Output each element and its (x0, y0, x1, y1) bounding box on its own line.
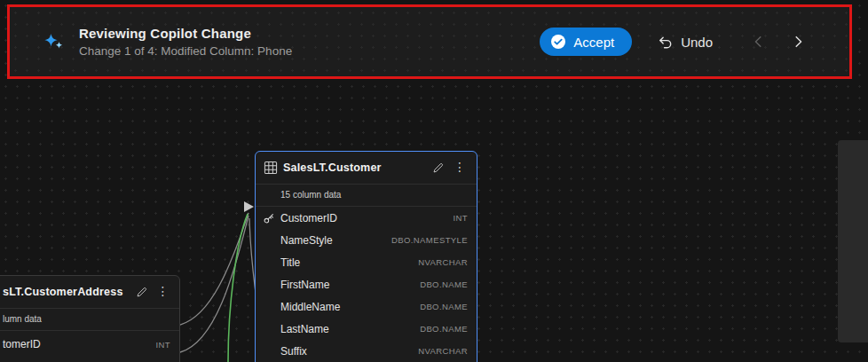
banner-subtitle: Change 1 of 4: Modified Column: Phone (79, 44, 292, 58)
column-row[interactable]: NameStyle DBO.NAMESTYLE (256, 229, 477, 251)
previous-change-button[interactable] (750, 33, 768, 51)
table-title: SalesLT.Customer (283, 161, 382, 174)
primary-key-icon (263, 212, 275, 224)
column-row[interactable]: ressID INT (0, 358, 179, 362)
edit-table-button[interactable] (134, 284, 150, 300)
column-count-label: 15 column data (256, 185, 477, 206)
checkmark-circle-icon (550, 34, 566, 50)
kebab-icon: ⋮ (157, 284, 170, 298)
kebab-icon: ⋮ (454, 160, 466, 174)
pencil-icon (432, 161, 445, 174)
column-row-customerid[interactable]: CustomerID INT (256, 207, 477, 229)
table-title: sLT.CustomerAddress (3, 286, 123, 298)
copilot-sparkle-icon (42, 31, 65, 52)
table-card-customeraddress-header[interactable]: sLT.CustomerAddress ⋮ (0, 276, 179, 308)
next-change-button[interactable] (789, 33, 807, 51)
table-card-customer-header[interactable]: SalesLT.Customer ⋮ (256, 152, 477, 184)
column-row[interactable]: FirstName DBO.NAME (256, 273, 477, 295)
column-row[interactable]: tomerID INT (0, 331, 179, 358)
undo-icon (657, 34, 674, 51)
chevron-right-icon (791, 35, 805, 49)
edge-arrowhead (244, 201, 254, 212)
annotation-highlight-box: Reviewing Copilot Change Change 1 of 4: … (7, 4, 852, 79)
copilot-review-banner: Reviewing Copilot Change Change 1 of 4: … (10, 7, 849, 76)
accept-button[interactable]: Accept (540, 28, 632, 56)
table-card-customer[interactable]: SalesLT.Customer ⋮ 15 column data Custom… (255, 151, 477, 362)
pencil-icon (136, 286, 148, 298)
accept-button-label: Accept (573, 35, 614, 50)
undo-button-label: Undo (681, 35, 713, 50)
banner-title: Reviewing Copilot Change (79, 26, 292, 41)
schema-designer-canvas[interactable]: Reviewing Copilot Change Change 1 of 4: … (0, 0, 868, 362)
column-row[interactable]: Title NVARCHAR (256, 251, 477, 273)
table-options-button[interactable]: ⋮ (452, 161, 468, 174)
undo-button[interactable]: Undo (657, 34, 713, 51)
column-row[interactable]: Suffix NVARCHAR (256, 340, 477, 362)
column-count-label: lumn data (0, 309, 179, 330)
edit-table-button[interactable] (430, 160, 446, 176)
chevron-left-icon (752, 35, 766, 49)
table-grid-icon (264, 161, 278, 175)
column-row[interactable]: MiddleName DBO.NAME (256, 295, 477, 318)
table-card-customeraddress[interactable]: sLT.CustomerAddress ⋮ lumn data tomerID … (0, 275, 180, 362)
column-row[interactable]: LastName DBO.NAME (256, 318, 477, 340)
table-options-button[interactable]: ⋮ (155, 285, 171, 298)
offscreen-table-card[interactable] (838, 140, 868, 342)
